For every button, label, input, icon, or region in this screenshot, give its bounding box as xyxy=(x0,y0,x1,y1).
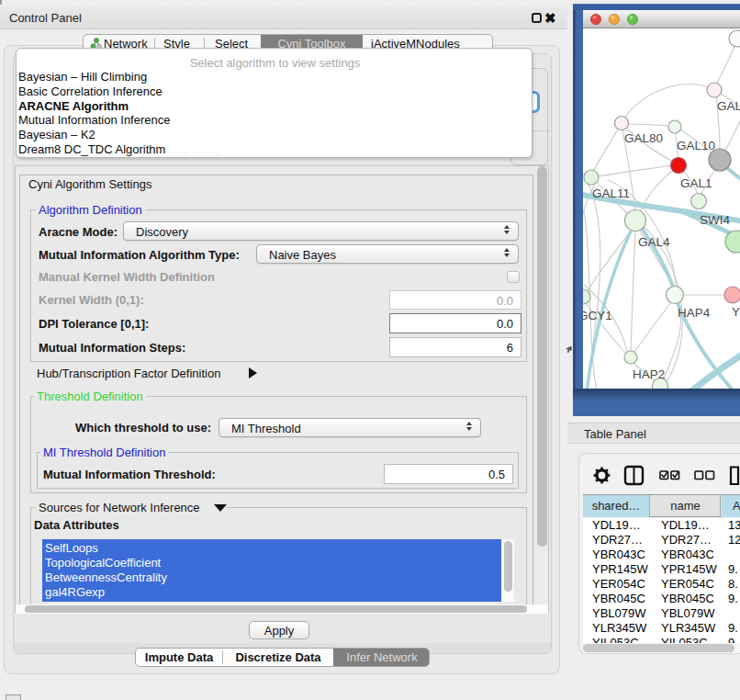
svg-text:GCY1: GCY1 xyxy=(583,309,612,322)
svg-text:GAL80: GAL80 xyxy=(624,131,663,145)
svg-text:GAL11: GAL11 xyxy=(592,186,630,200)
svg-text:HAP4: HAP4 xyxy=(678,306,711,320)
svg-text:GAL: GAL xyxy=(717,99,740,113)
svg-text:SWI4: SWI4 xyxy=(700,213,730,227)
svg-text:GAL1: GAL1 xyxy=(680,176,712,190)
svg-text:Y: Y xyxy=(732,305,740,319)
svg-text:GAL4: GAL4 xyxy=(638,235,670,249)
svg-text:HAP2: HAP2 xyxy=(633,367,665,381)
svg-text:GAL10: GAL10 xyxy=(677,139,715,152)
